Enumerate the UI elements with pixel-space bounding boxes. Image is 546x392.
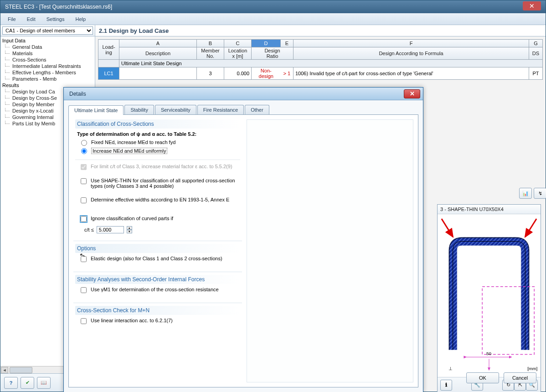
view-btn-2[interactable]: ↯ [534, 188, 546, 199]
col-letter-d[interactable]: D [252, 40, 281, 47]
check-ignore-curved-input[interactable] [81, 216, 87, 222]
shape-viewport[interactable]: 50 [mm] ⊥ [438, 214, 541, 377]
ok-button[interactable]: OK [466, 372, 499, 383]
tab-serviceability[interactable]: Serviceability [155, 105, 196, 114]
case-selector[interactable]: CA1 - Design of steel members [2, 26, 93, 35]
col-design-ratio[interactable]: Design Ratio [252, 47, 294, 60]
ct-spin-up[interactable]: ▲ [127, 226, 132, 230]
col-ds[interactable]: DS [529, 47, 543, 60]
menu-settings[interactable]: Settings [42, 15, 69, 24]
tab-stability[interactable]: Stability [124, 105, 154, 114]
check-elastic-design[interactable]: Elastic design (also for Class 1 and Cla… [75, 255, 240, 264]
titlebar: STEEL EC3 - [Test Querschnittsklassen.rs… [0, 0, 546, 13]
tree-general-data[interactable]: General Data [2, 44, 93, 50]
col-letter-b[interactable]: B [197, 40, 224, 47]
col-member-no[interactable]: Member No. [197, 47, 224, 60]
shape-svg: 50 [mm] ⊥ [438, 214, 541, 377]
col-letter-c[interactable]: C [224, 40, 252, 47]
check-annex-e[interactable]: Determine effective widths according to … [75, 196, 240, 206]
book-icon: 📖 [41, 380, 47, 386]
tab-fire[interactable]: Fire Resistance [197, 105, 244, 114]
dialog-tabs: Ultimate Limit State Stability Serviceab… [68, 105, 418, 115]
cell-formula[interactable]: 1006) Invalid type of c/t-part for cross… [294, 67, 529, 80]
radio-fixed-ned[interactable]: Fixed NEd, increase MEd to reach fyd [75, 139, 240, 147]
check-gamma-m1-input[interactable] [81, 287, 87, 293]
col-letter-a[interactable]: A [119, 40, 197, 47]
check-shapethin[interactable]: Use SHAPE-THIN for classification of all… [75, 177, 240, 190]
col-loading[interactable]: Load- ing [98, 40, 119, 60]
menu-help[interactable]: Help [71, 15, 90, 24]
menu-edit[interactable]: Edit [22, 15, 40, 24]
check-linear-interaction-label: Use linear interaction acc. to 6.2.1(7) [91, 318, 173, 323]
classification-subtitle: Type of determination of ψ and α acc. to… [75, 130, 240, 139]
cell-lc[interactable]: LC1 [98, 67, 119, 80]
radio-fixed-ned-input[interactable] [81, 140, 87, 146]
cancel-button[interactable]: Cancel [504, 372, 536, 383]
group-options: Options Elastic design (also for Class 1… [73, 241, 242, 265]
check-linear-interaction[interactable]: Use linear interaction acc. to 6.2.1(7) [75, 317, 240, 326]
cell-ratio-text[interactable]: Non-design [252, 67, 281, 80]
check-annex-e-input[interactable] [81, 197, 87, 203]
radio-increase-uniformly-input[interactable] [81, 148, 87, 154]
scroll-thumb[interactable] [10, 367, 32, 373]
table-row[interactable]: LC1 3 0.000 Non-design > 1 1006) Invalid… [98, 67, 543, 80]
tree-cross-sections[interactable]: Cross-Sections [2, 57, 93, 63]
tree-materials[interactable]: Materials [2, 50, 93, 57]
tree-effective-lengths[interactable]: Effective Lengths - Members [2, 69, 93, 76]
dialog-close-button[interactable]: ✕ [404, 89, 420, 98]
check-gamma-m1[interactable]: Use γM1 for determination of the cross-s… [75, 286, 240, 295]
settings-right-col [247, 119, 413, 382]
ct-spin-buttons: ▲ ▼ [127, 226, 132, 233]
bottom-buttons: OK Cancel [466, 372, 536, 383]
col-description[interactable]: Description [119, 47, 197, 60]
tree-input-data[interactable]: Input Data [2, 37, 93, 44]
cell-ds[interactable]: PT [529, 67, 543, 80]
group-mn-check: Cross-Section Check for M+N Use linear i… [73, 303, 242, 327]
tab-uls[interactable]: Ultimate Limit State [68, 105, 124, 115]
window-close-button[interactable]: ✕ [523, 1, 541, 10]
menu-file[interactable]: File [3, 15, 21, 24]
dialog-titlebar[interactable]: Details ✕ [64, 88, 423, 100]
axis-icon: ↯ [538, 191, 542, 196]
view-btn-1[interactable]: 📊 [519, 188, 532, 199]
table-letter-row: Load- ing A B C D E F G [98, 40, 543, 47]
unit-label: [mm] [527, 366, 537, 371]
cell-ratio-symbol[interactable]: > 1 [281, 67, 294, 80]
col-letter-f[interactable]: F [294, 40, 529, 47]
svg-line-2 [442, 219, 453, 237]
check-limit-class3-label: For limit c/t of Class 3, increase mater… [91, 164, 232, 169]
cell-description[interactable] [119, 67, 197, 80]
tab-other[interactable]: Other [245, 105, 269, 114]
check-limit-class3: For limit c/t of Class 3, increase mater… [75, 163, 240, 172]
ct-spin-down[interactable]: ▼ [127, 230, 132, 233]
check-elastic-design-input[interactable] [81, 256, 87, 262]
check-button[interactable]: ✔ [21, 377, 34, 389]
group-options-title: Options [75, 244, 240, 253]
check-ignore-curved[interactable]: Ignore classification of curved parts if [75, 215, 240, 224]
check-limit-class3-input [81, 164, 87, 170]
col-letter-g[interactable]: G [529, 40, 543, 47]
menubar: File Edit Settings Help [0, 13, 546, 25]
col-letter-e[interactable]: E [281, 40, 294, 47]
dialog-body: Ultimate Limit State Stability Serviceab… [64, 100, 423, 392]
toprow: CA1 - Design of steel members 2.1 Design… [0, 25, 546, 36]
radio-increase-uniformly[interactable]: Increase NEd and MEd uniformly [75, 147, 240, 155]
shape-panel: 3 - SHAPE-THIN U70X50X4 [437, 204, 541, 392]
col-location[interactable]: Location x [m] [224, 47, 252, 60]
scroll-left-icon[interactable]: ◄ [1, 367, 8, 373]
cell-member[interactable]: 3 [197, 67, 224, 80]
col-design-formula[interactable]: Design According to Formula [294, 47, 529, 60]
book-button[interactable]: 📖 [37, 377, 51, 389]
shape-info-button[interactable]: ℹ [440, 380, 452, 391]
ct-value-input[interactable] [97, 226, 124, 233]
results-table-wrap: Load- ing A B C D E F G Description Memb… [98, 39, 543, 80]
tree-parameters[interactable]: Parameters - Memb [2, 76, 93, 82]
help-button[interactable]: ? [4, 377, 18, 389]
tree-lateral-restraints[interactable]: Intermediate Lateral Restraints [2, 63, 93, 69]
svg-line-3 [525, 219, 536, 237]
cell-location[interactable]: 0.000 [224, 67, 252, 80]
details-dialog: Details ✕ Ultimate Limit State Stability… [63, 87, 423, 392]
check-linear-interaction-input[interactable] [81, 318, 87, 324]
check-gamma-m1-label: Use γM1 for determination of the cross-s… [91, 287, 219, 292]
check-shapethin-input[interactable] [81, 178, 87, 184]
